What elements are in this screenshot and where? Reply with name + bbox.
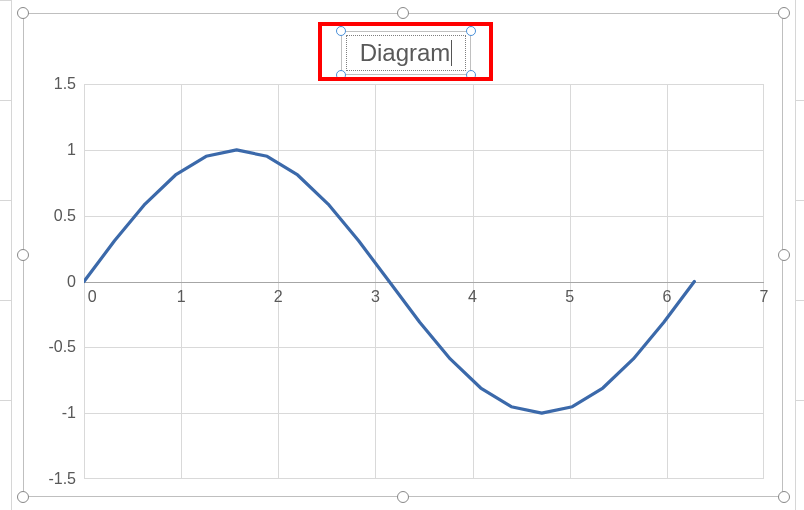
selection-handle[interactable] — [336, 26, 346, 36]
y-tick-label: 1.5 — [54, 75, 76, 93]
text-cursor — [451, 40, 452, 66]
selection-handle[interactable] — [466, 70, 476, 80]
y-tick-label: 0 — [67, 273, 76, 291]
selection-handle[interactable] — [466, 26, 476, 36]
series-line[interactable] — [84, 150, 694, 413]
object-handle[interactable] — [17, 491, 29, 503]
y-tick-label: 1 — [67, 141, 76, 159]
y-tick-label: -0.5 — [48, 338, 76, 356]
selection-handle[interactable] — [336, 70, 346, 80]
object-handle[interactable] — [397, 7, 409, 19]
plot-area[interactable]: 1.5 1 0.5 0 -0.5 -1 -1.5 0 1 2 3 4 5 6 7 — [84, 84, 764, 479]
chart-object[interactable]: Diagram 1.5 1 0.5 0 -0.5 -1 -1.5 0 1 — [23, 13, 783, 497]
object-handle[interactable] — [778, 491, 790, 503]
object-handle[interactable] — [17, 249, 29, 261]
y-tick-label: 0.5 — [54, 207, 76, 225]
object-handle[interactable] — [397, 491, 409, 503]
chart-title-text[interactable]: Diagram — [360, 39, 451, 67]
y-tick-label: -1.5 — [48, 470, 76, 488]
chart-title-container[interactable]: Diagram — [341, 31, 471, 75]
y-tick-label: -1 — [62, 404, 76, 422]
chart-series[interactable] — [84, 84, 764, 479]
object-handle[interactable] — [778, 7, 790, 19]
object-handle[interactable] — [17, 7, 29, 19]
object-handle[interactable] — [778, 249, 790, 261]
